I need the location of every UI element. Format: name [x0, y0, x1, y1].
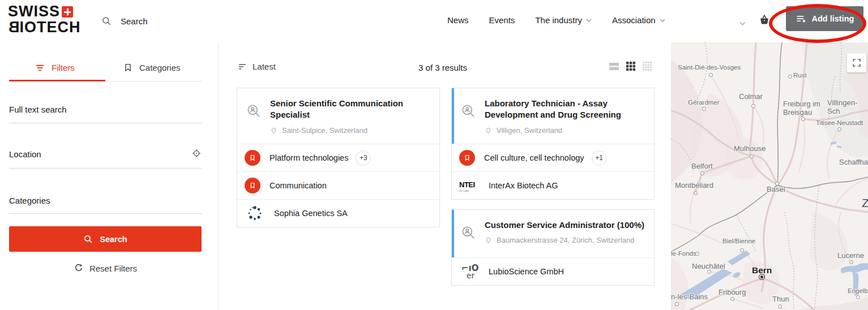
- interax-logo: NTEI ter Lead: [459, 175, 480, 196]
- map-label: Villingen-Sch: [827, 99, 868, 116]
- map-city-dot: [702, 107, 706, 111]
- map-city-dot: [849, 260, 853, 264]
- tag-row[interactable]: Platform technologies +3: [237, 144, 439, 171]
- job-title: Laboratory Technician - Assay Developmen…: [485, 98, 646, 121]
- basket-icon: [758, 13, 771, 27]
- map-fullscreen-button[interactable]: [847, 53, 866, 72]
- job-card-header[interactable]: Customer Service Administrator (100%) Ba…: [452, 210, 654, 257]
- map-city-dot: [675, 302, 679, 306]
- map-label: n-les-Bains: [671, 293, 708, 302]
- use-my-location-button[interactable]: [191, 148, 202, 161]
- map-label: Lucerne: [837, 252, 864, 260]
- active-tab-underline: [9, 80, 105, 81]
- header: SWISS BIOTECH Search News Events The ind…: [0, 0, 868, 42]
- category-bookmark-icon: [245, 178, 260, 193]
- lubioscience-logo: ⌐ıO er: [459, 261, 480, 282]
- company-row[interactable]: ⌐ıO er LubioScience GmbH: [452, 257, 654, 285]
- job-location: Baumackerstrasse 24, Zürich, Switzerland: [497, 236, 634, 244]
- tag-row[interactable]: Cell culture, cell technology +1: [452, 144, 654, 171]
- view-toggles: [609, 62, 652, 71]
- company-name: LubioScience GmbH: [489, 267, 564, 276]
- account-menu-caret[interactable]: [739, 18, 746, 28]
- map-city-dot: [788, 75, 792, 79]
- job-search-icon: [461, 225, 476, 240]
- categories-field[interactable]: Categories: [9, 196, 202, 205]
- fullscreen-icon: [852, 58, 862, 68]
- search-button[interactable]: Search: [9, 226, 202, 252]
- nav-item-events[interactable]: Events: [489, 15, 515, 25]
- add-listing-button[interactable]: Add listing: [786, 6, 863, 31]
- chevron-down-icon: [660, 19, 665, 22]
- full-text-search-label: Full text search: [9, 105, 202, 114]
- map-city-dot: [694, 191, 698, 195]
- filter-icon: [35, 63, 45, 72]
- map-label: Rust: [793, 72, 807, 79]
- main-nav: News Events The industry Association: [447, 15, 665, 25]
- company-row[interactable]: NTEI ter Lead InterAx Biotech AG: [452, 171, 654, 199]
- reset-filters-label: Reset Filters: [89, 264, 137, 273]
- add-listing-label: Add listing: [812, 14, 854, 23]
- logo-line2: BIOTECH: [8, 19, 81, 36]
- map-label: Thun: [772, 295, 789, 304]
- tab-filters[interactable]: Filters: [35, 54, 75, 81]
- swiss-biotech-logo[interactable]: SWISS BIOTECH: [8, 3, 81, 35]
- job-card[interactable]: Senior Scientific Communication Speciali…: [237, 88, 440, 227]
- results-toolbar: Latest 3 of 3 results: [219, 57, 671, 79]
- filters-sidebar: Filters Categories Full text search Loca…: [0, 42, 218, 310]
- nav-item-the-industry[interactable]: The industry: [535, 15, 592, 25]
- map-city-dot: [801, 117, 805, 121]
- results-panel: Latest 3 of 3 results: [219, 42, 671, 310]
- nav-item-association[interactable]: Association: [612, 15, 665, 25]
- company-name: Sophia Genetics SA: [274, 209, 348, 218]
- field-underline: [9, 168, 202, 169]
- map-city-dot: [856, 295, 860, 299]
- job-search-icon: [246, 104, 262, 119]
- job-search-icon: [461, 104, 476, 119]
- job-title: Customer Service Administrator (100%): [485, 219, 646, 231]
- field-underline: [9, 213, 202, 214]
- search-icon: [101, 16, 112, 26]
- job-location: Saint-Sulpice, Switzerland: [282, 126, 367, 135]
- list-view-button[interactable]: [609, 62, 619, 71]
- more-tags-badge[interactable]: +3: [356, 150, 371, 166]
- nav-item-news[interactable]: News: [447, 15, 469, 25]
- categories-label: Categories: [9, 196, 202, 205]
- grid-4-icon: [643, 62, 652, 71]
- tab-categories[interactable]: Categories: [123, 54, 181, 81]
- full-text-search-field[interactable]: Full text search: [9, 105, 202, 114]
- tag-row[interactable]: Communication: [237, 171, 439, 199]
- grid-3-icon: [626, 62, 635, 71]
- company-row[interactable]: Sophia Genetics SA: [237, 199, 439, 227]
- map-city-dot: [778, 304, 782, 308]
- tag-label: Platform technologies: [270, 153, 348, 162]
- search-icon: [83, 234, 93, 244]
- map-city-dot: [740, 248, 744, 252]
- more-tags-badge[interactable]: +1: [592, 150, 607, 166]
- map-label: Biel/Bienne: [722, 238, 755, 245]
- company-name: InterAx Biotech AG: [489, 181, 558, 190]
- job-card[interactable]: Laboratory Technician - Assay Developmen…: [451, 88, 655, 200]
- map-city-dot: [750, 154, 754, 158]
- sidebar-tabs: Filters Categories: [9, 54, 202, 81]
- search-input[interactable]: Search: [121, 16, 148, 26]
- location-pin-icon: [270, 126, 277, 135]
- map-label: Z: [862, 196, 868, 210]
- reset-filters-button[interactable]: Reset Filters: [9, 262, 202, 274]
- location-field[interactable]: Location: [9, 149, 202, 159]
- map-city-dot: [700, 171, 704, 175]
- dense-grid-view-button[interactable]: [643, 62, 652, 71]
- job-card[interactable]: Customer Service Administrator (100%) Ba…: [451, 209, 655, 286]
- map-city-dot: [775, 182, 779, 186]
- map-panel[interactable]: Saint-Dié-des-VosgesRustGérardmerColmarF…: [671, 42, 868, 310]
- map-label: Gérardmer: [688, 99, 720, 106]
- chevron-down-icon: [739, 21, 746, 25]
- header-search[interactable]: Search: [101, 16, 148, 26]
- bookmark-icon: [123, 63, 132, 72]
- tab-categories-label: Categories: [139, 63, 181, 72]
- grid-view-button[interactable]: [626, 62, 635, 71]
- job-card-header[interactable]: Senior Scientific Communication Speciali…: [237, 88, 439, 144]
- category-bookmark-icon: [459, 150, 475, 166]
- cart-button[interactable]: [758, 13, 771, 29]
- job-card-header[interactable]: Laboratory Technician - Assay Developmen…: [452, 88, 654, 144]
- chevron-down-icon: [586, 19, 592, 22]
